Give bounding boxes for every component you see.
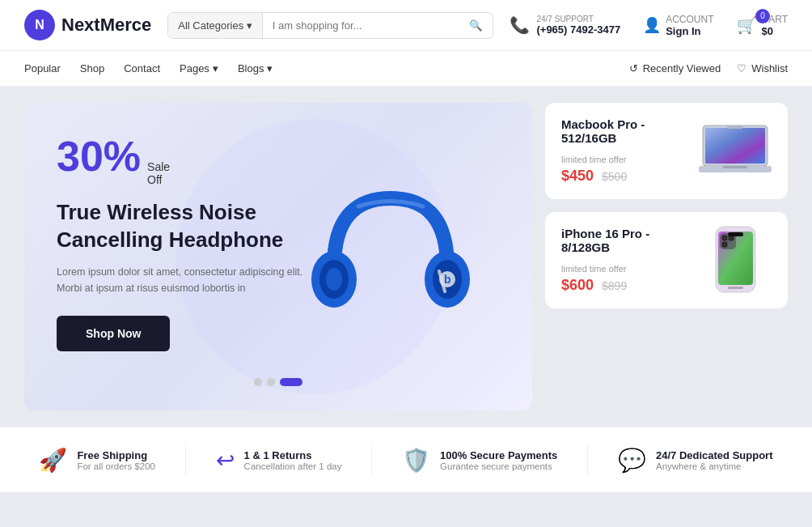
feature-returns-text: 1 & 1 Returns Cancellation after 1 day (244, 449, 342, 471)
cart-icon: 🛒 (737, 15, 757, 35)
search-button[interactable]: 🔍 (459, 13, 493, 38)
feature-returns-sub: Cancellation after 1 day (244, 461, 342, 471)
feature-secure-title: 100% Secure Payments (440, 449, 557, 461)
search-bar: All Categories ▾ 🔍 (167, 12, 493, 39)
feature-returns: ↩ 1 & 1 Returns Cancellation after 1 day (216, 447, 342, 474)
price-current-macbook: $450 (561, 168, 594, 185)
svg-rect-23 (728, 287, 743, 289)
product-title-iphone: iPhone 16 Pro - 8/128GB (561, 227, 699, 254)
feature-shipping: 🚀 Free Shipping For all orders $200 (39, 447, 155, 474)
nav-shop[interactable]: Shop (80, 51, 104, 86)
nav-contact[interactable]: Contact (124, 51, 160, 86)
hero-content: 30% Sale Off True Wireless Noise Cancell… (57, 135, 315, 351)
user-icon: 👤 (643, 16, 661, 34)
product-card-iphone: iPhone 16 Pro - 8/128GB limited time off… (545, 212, 788, 308)
nav-blogs[interactable]: Blogs ▾ (238, 51, 273, 86)
nav-left: Popular Shop Contact Pages ▾ Blogs ▾ (24, 51, 629, 86)
hero-description: Lorem ipsum dolor sit amet, consectetur … (57, 264, 315, 296)
category-dropdown[interactable]: All Categories ▾ (168, 13, 263, 38)
phone-icon: 📞 (510, 15, 530, 35)
feature-shipping-sub: For all orders $200 (77, 461, 155, 471)
wishlist-icon: ♡ (737, 62, 746, 74)
support-block: 📞 24/7 SUPPORT (+965) 7492-3477 (510, 15, 620, 36)
feature-support-sub: Anywhere & anytime (656, 461, 772, 471)
account-label: ACCOUNT (666, 14, 713, 25)
support-info: 24/7 SUPPORT (+965) 7492-3477 (536, 15, 620, 36)
hero-banner: 30% Sale Off True Wireless Noise Cancell… (24, 103, 532, 410)
feature-secure-text: 100% Secure Payments Gurantee secure pay… (440, 449, 557, 471)
recently-viewed-icon: ↺ (629, 62, 638, 74)
support-icon: 💬 (618, 447, 646, 474)
svg-text:b: b (444, 273, 451, 286)
divider-3 (587, 444, 588, 476)
features-bar: 🚀 Free Shipping For all orders $200 ↩ 1 … (0, 427, 812, 492)
product-card-inner-iphone: iPhone 16 Pro - 8/128GB limited time off… (561, 227, 772, 294)
main-content: 30% Sale Off True Wireless Noise Cancell… (0, 87, 812, 427)
price-current-iphone: $600 (561, 277, 594, 294)
product-image-iphone (699, 227, 772, 291)
hero-title: True Wireless Noise Cancelling Headphone (57, 199, 315, 254)
svg-rect-10 (705, 128, 765, 164)
product-offer-iphone: limited time offer (561, 264, 699, 274)
product-info-macbook: Macbook Pro - 512/16GB limited time offe… (561, 117, 699, 185)
svg-rect-24 (728, 232, 743, 236)
product-offer-macbook: limited time offer (561, 155, 699, 164)
logo-link[interactable]: N NextMerce (24, 10, 151, 40)
product-card-inner: Macbook Pro - 512/16GB limited time offe… (561, 117, 772, 185)
support-number: (+965) 7492-3477 (536, 23, 620, 36)
price-old-iphone: $899 (602, 279, 627, 292)
brand-name: NextMerce (61, 15, 151, 36)
product-info-iphone: iPhone 16 Pro - 8/128GB limited time off… (561, 227, 699, 294)
header-right: 📞 24/7 SUPPORT (+965) 7492-3477 👤 ACCOUN… (510, 14, 788, 37)
price-old-macbook: $500 (602, 170, 627, 183)
cart-badge: 0 (755, 9, 770, 23)
svg-point-21 (730, 236, 733, 240)
feature-secure: 🛡️ 100% Secure Payments Gurantee secure … (402, 447, 557, 474)
product-image-macbook (699, 117, 772, 182)
hero-dot-3[interactable] (280, 378, 302, 386)
product-title-macbook: Macbook Pro - 512/16GB (561, 117, 699, 145)
svg-point-7 (326, 268, 342, 291)
hero-dot-2[interactable] (267, 378, 275, 386)
divider-2 (371, 444, 372, 476)
product-cards: Macbook Pro - 512/16GB limited time offe… (545, 103, 788, 410)
hero-dot-1[interactable] (254, 378, 262, 386)
nav-right: ↺ Recently Viewed ♡ Wishlist (629, 62, 788, 74)
nav-pages[interactable]: Pages ▾ (180, 51, 218, 86)
secure-icon: 🛡️ (402, 447, 430, 474)
account-info: ACCOUNT Sign In (666, 14, 713, 37)
support-label: 24/7 SUPPORT (536, 15, 620, 23)
signin-link[interactable]: Sign In (666, 25, 713, 37)
hero-slider-dots (254, 378, 302, 386)
hero-product-image: b (298, 162, 484, 351)
svg-point-20 (723, 236, 726, 240)
feature-shipping-text: Free Shipping For all orders $200 (77, 449, 155, 471)
search-input[interactable] (263, 13, 460, 38)
hero-sale-text: Sale Off (147, 160, 170, 186)
feature-support-text: 24/7 Dedicated Support Anywhere & anytim… (656, 449, 772, 471)
feature-secure-sub: Gurantee secure payments (440, 461, 557, 471)
account-block[interactable]: 👤 ACCOUNT Sign In (643, 14, 713, 37)
returns-icon: ↩ (216, 447, 235, 474)
header: N NextMerce All Categories ▾ 🔍 📞 24/7 SU… (0, 0, 812, 51)
product-card-macbook: Macbook Pro - 512/16GB limited time offe… (545, 103, 788, 199)
navigation: Popular Shop Contact Pages ▾ Blogs ▾ ↺ R… (0, 51, 812, 87)
feature-shipping-title: Free Shipping (77, 449, 155, 461)
cart-block[interactable]: 🛒 0 CART $0 (737, 14, 788, 37)
cart-amount: $0 (762, 25, 788, 37)
divider-1 (185, 444, 186, 476)
svg-rect-11 (727, 125, 743, 129)
hero-percent: 30% (57, 135, 141, 177)
product-prices-iphone: $600 $899 (561, 277, 699, 294)
product-prices-macbook: $450 $500 (561, 168, 699, 185)
logo-icon: N (24, 10, 55, 40)
feature-support-title: 24/7 Dedicated Support (656, 449, 772, 461)
feature-returns-title: 1 & 1 Returns (244, 449, 342, 461)
recently-viewed[interactable]: ↺ Recently Viewed (629, 62, 721, 74)
nav-popular[interactable]: Popular (24, 51, 61, 86)
shop-now-button[interactable]: Shop Now (57, 316, 170, 351)
svg-rect-13 (723, 166, 747, 168)
wishlist[interactable]: ♡ Wishlist (737, 62, 788, 74)
shipping-icon: 🚀 (39, 447, 67, 474)
feature-support: 💬 24/7 Dedicated Support Anywhere & anyt… (618, 447, 772, 474)
